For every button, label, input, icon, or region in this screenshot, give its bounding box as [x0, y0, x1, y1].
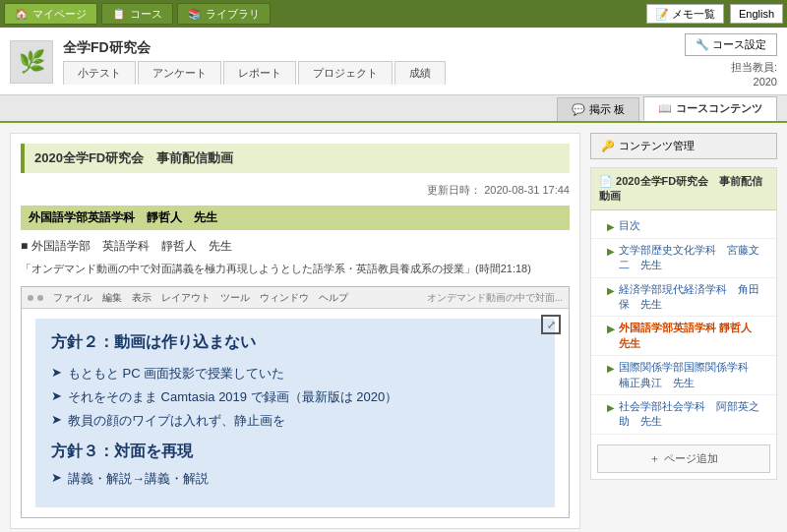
course-logo: 🌿 — [10, 40, 53, 84]
toolbar-text: ファイル 編集 表示 レイアウト ツール ウィンドウ ヘルプ — [53, 291, 348, 305]
tab-project[interactable]: プロジェクト — [298, 61, 393, 85]
sub-navigation: 💬 掲示 板 📖 コースコンテンツ — [0, 95, 787, 123]
manage-content-button[interactable]: 🔑 コンテンツ管理 — [590, 133, 777, 159]
course-tabs: 小テスト アンケート レポート プロジェクト 成績 — [63, 61, 675, 85]
slide-title-1: 方針２：動画は作り込まない — [51, 332, 539, 353]
right-sidebar: 🔑 コンテンツ管理 📄 2020全学FD研究会 事前配信動画 ▶ 目次 ▶ 文学… — [590, 133, 777, 530]
sidebar-panel-title: 📄 2020全学FD研究会 事前配信動画 — [591, 168, 776, 210]
sidebar-item-5[interactable]: ▶ 社会学部社会学科 阿部英之助 先生 — [591, 395, 776, 435]
slide-item-4: ➤ 講義・解説→講義・解説 — [51, 470, 539, 488]
expand-icon[interactable]: ⤢ — [541, 315, 561, 334]
top-nav-right: 📝 メモ一覧 English — [646, 4, 783, 24]
top-navigation: 🏠 マイページ 📋 コース 📚 ライブラリ 📝 メモ一覧 English — [0, 0, 787, 28]
video-content: ⤢ 方針２：動画は作り込まない ➤ もともと PC 画面投影で授業していた ➤ … — [22, 309, 569, 517]
course-header-right: 🔧 コース設定 担当教員: 2020 — [685, 33, 777, 90]
video-container: ファイル 編集 表示 レイアウト ツール ウィンドウ ヘルプ オンデマンド動画の… — [21, 286, 570, 518]
slide-title-2: 方針３：対面を再現 — [51, 442, 539, 462]
key-icon: 🔑 — [601, 140, 615, 152]
nav-arrow-3: ▶ — [607, 323, 615, 336]
sidebar-content-panel: 📄 2020全学FD研究会 事前配信動画 ▶ 目次 ▶ 文学部歴史文化学科 宮藤… — [590, 167, 777, 480]
slide-item-3: ➤ 教員の顔のワイプは入れず、静止画を — [51, 412, 539, 430]
home-icon: 🏠 — [15, 8, 29, 21]
arrow-icon-3: ➤ — [51, 412, 62, 427]
nav-arrow-1: ▶ — [607, 245, 615, 259]
book-icon: 📖 — [658, 102, 672, 115]
memo-icon: 📝 — [655, 8, 669, 21]
sidebar-item-2[interactable]: ▶ 経済学部現代経済学科 角田保 先生 — [591, 278, 776, 318]
nav-arrow-2: ▶ — [607, 284, 615, 298]
sidebar-item-3[interactable]: ▶ 外国語学部英語学科 靜哲人 先生 — [591, 317, 776, 356]
teacher-name: ■ 外国語学部 英語学科 靜哲人 先生 — [21, 238, 570, 255]
course-title: 全学FD研究会 — [63, 39, 675, 57]
tab-report[interactable]: レポート — [223, 61, 296, 85]
video-slide: 方針２：動画は作り込まない ➤ もともと PC 画面投影で授業していた ➤ それ… — [35, 319, 555, 507]
tab-grade[interactable]: 成績 — [394, 61, 446, 85]
arrow-icon-1: ➤ — [51, 365, 62, 380]
library-button[interactable]: 📚 ライブラリ — [177, 3, 271, 25]
section-header: 外国語学部英語学科 靜哲人 先生 — [21, 206, 570, 230]
add-page-button[interactable]: ＋ ページ追加 — [597, 444, 770, 473]
sidebar-item-0[interactable]: ▶ 目次 — [591, 214, 776, 239]
update-time: 更新日時： 2020-08-31 17:44 — [21, 183, 570, 198]
toolbar-dot-2 — [37, 295, 43, 301]
left-panel: 2020全学FD研究会 事前配信動画 更新日時： 2020-08-31 17:4… — [10, 133, 580, 530]
wrench-icon: 🔧 — [696, 38, 709, 51]
toolbar-dot-1 — [28, 295, 33, 301]
english-button[interactable]: English — [730, 4, 783, 24]
course-info: 全学FD研究会 小テスト アンケート レポート プロジェクト 成績 — [63, 39, 675, 85]
library-icon: 📚 — [188, 8, 202, 21]
main-content: 2020全学FD研究会 事前配信動画 更新日時： 2020-08-31 17:4… — [0, 123, 787, 532]
nav-arrow-4: ▶ — [607, 362, 615, 376]
teacher-info: 担当教員: 2020 — [731, 60, 777, 90]
plus-icon: ＋ — [649, 451, 660, 466]
course-icon: 📋 — [112, 8, 126, 21]
tab-bulletin[interactable]: 💬 掲示 板 — [557, 97, 639, 121]
memo-button[interactable]: 📝 メモ一覧 — [646, 4, 724, 24]
tab-course-content[interactable]: 📖 コースコンテンツ — [643, 96, 777, 121]
tab-quiz[interactable]: 小テスト — [63, 61, 136, 85]
mypage-button[interactable]: 🏠 マイページ — [4, 3, 97, 25]
nav-arrow-5: ▶ — [607, 401, 615, 415]
video-description: 「オンデマンド動画の中で対面講義を極力再現しようとした語学系・英語教員養成系の授… — [21, 261, 570, 277]
arrow-icon-2: ➤ — [51, 388, 62, 403]
book-small-icon: 📄 — [599, 175, 613, 187]
sidebar-item-1[interactable]: ▶ 文学部歴史文化学科 宮藤文二 先生 — [591, 239, 776, 278]
slide-item-1: ➤ もともと PC 画面投影で授業していた — [51, 365, 539, 383]
course-button[interactable]: 📋 コース — [101, 3, 173, 25]
sidebar-item-4[interactable]: ▶ 国際関係学部国際関係学科 楠正典江 先生 — [591, 356, 776, 395]
slide-item-2: ➤ それをそのまま Camtasia 2019 で録画（最新版は 2020） — [51, 388, 539, 406]
toolbar-info: オンデマンド動画の中で対面... — [427, 291, 563, 305]
sidebar-nav-list: ▶ 目次 ▶ 文学部歴史文化学科 宮藤文二 先生 ▶ 経済学部現代経済学科 角田… — [591, 210, 776, 439]
course-header: 🌿 全学FD研究会 小テスト アンケート レポート プロジェクト 成績 🔧 コー… — [0, 28, 787, 95]
course-setting-button[interactable]: 🔧 コース設定 — [685, 33, 777, 56]
arrow-icon-4: ➤ — [51, 470, 62, 485]
tab-survey[interactable]: アンケート — [138, 61, 221, 85]
video-toolbar: ファイル 編集 表示 レイアウト ツール ウィンドウ ヘルプ オンデマンド動画の… — [22, 287, 569, 309]
nav-arrow-0: ▶ — [607, 220, 615, 234]
content-title: 2020全学FD研究会 事前配信動画 — [21, 144, 570, 173]
bulletin-icon: 💬 — [572, 103, 585, 116]
